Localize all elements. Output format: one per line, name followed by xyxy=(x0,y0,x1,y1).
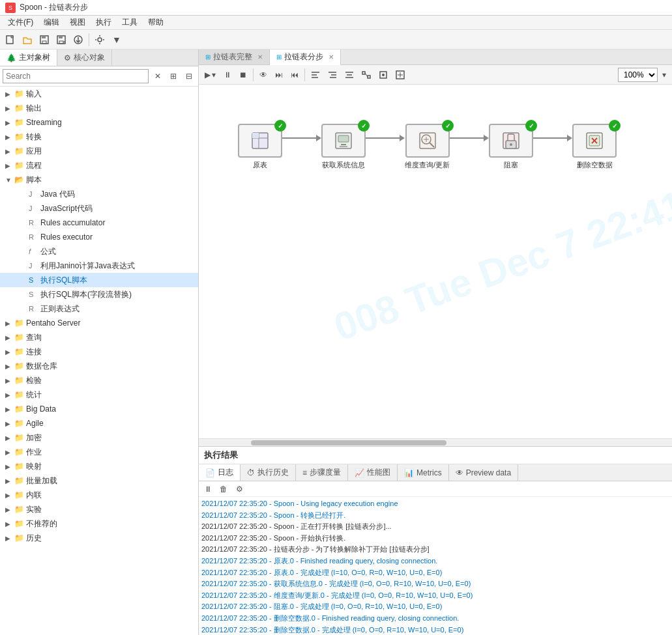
app-icon: S xyxy=(5,3,16,13)
tree-item-job[interactable]: ▶ 📁 作业 xyxy=(0,445,198,459)
menu-view[interactable]: 视图 xyxy=(65,16,91,29)
tree-area: ▶ 📁 输入 ▶ 📁 输出 ▶ 📁 Streaming ▶ 📁 转换 xyxy=(0,87,198,635)
tree-item-java-code[interactable]: J Java 代码 xyxy=(0,187,198,201)
tab-main-object-tree[interactable]: 🌲 主对象树 xyxy=(0,49,57,66)
tree-item-experiment[interactable]: ▶ 📁 实验 xyxy=(0,502,198,516)
search-expand-button[interactable]: ⊞ xyxy=(167,70,180,83)
canvas-scrollbar[interactable] xyxy=(199,438,672,446)
node-box-dimension-query[interactable]: ✓ xyxy=(405,124,450,158)
dropdown-button[interactable]: ▼ xyxy=(109,32,124,48)
tree-item-app[interactable]: ▶ 📁 应用 xyxy=(0,144,198,158)
tab-execution-history[interactable]: ⏱ 执行历史 xyxy=(241,464,296,481)
folder-icon: 📁 xyxy=(14,533,23,543)
tree-item-regex[interactable]: R 正则表达式 xyxy=(0,302,198,316)
log-pause-button[interactable]: ⏸ xyxy=(201,483,214,495)
search-collapse-button[interactable]: ⊟ xyxy=(183,70,196,83)
tree-item-agile[interactable]: ▶ 📁 Agile xyxy=(0,416,198,430)
tree-item-encrypt[interactable]: ▶ 📁 加密 xyxy=(0,430,198,445)
log-clear-button[interactable]: 🗑 xyxy=(217,483,230,495)
svg-point-10 xyxy=(98,38,102,42)
tree-item-javascript-code[interactable]: J JavaScript代码 xyxy=(0,201,198,216)
preview-button[interactable]: 👁 xyxy=(256,68,270,82)
tab-performance[interactable]: 📈 性能图 xyxy=(348,464,398,481)
align-left-button[interactable] xyxy=(308,68,323,82)
node-box-original-table[interactable]: ✓ xyxy=(238,124,282,158)
tab-metrics[interactable]: 📊 Metrics xyxy=(398,464,449,481)
tree-item-verify[interactable]: ▶ 📁 检验 xyxy=(0,373,198,388)
menu-edit[interactable]: 编辑 xyxy=(38,16,65,29)
step-back-button[interactable]: ⏮ xyxy=(287,68,302,82)
tab-complete-close[interactable]: ✕ xyxy=(257,53,263,61)
tree-item-rules-executor[interactable]: R Rules executor xyxy=(0,230,198,244)
right-panel: ⊞ 拉链表完整 ✕ ⊞ 拉链表分步 ✕ ▶ ▾ ⏸ ⏹ xyxy=(199,49,672,635)
tree-item-stats[interactable]: ▶ 📁 统计 xyxy=(0,388,198,402)
save-button[interactable] xyxy=(37,32,52,48)
tab-step[interactable]: ⊞ 拉链表分步 ✕ xyxy=(270,49,341,65)
tree-item-script[interactable]: ▼ 📂 脚本 xyxy=(0,173,198,187)
align-center-button[interactable] xyxy=(342,68,357,82)
open-button[interactable] xyxy=(20,32,35,48)
search-input[interactable] xyxy=(3,69,149,83)
log-settings-button[interactable]: ⚙ xyxy=(233,483,246,495)
tab-log[interactable]: 📄 日志 xyxy=(199,464,241,481)
search-clear-button[interactable]: ✕ xyxy=(151,70,164,83)
tree-item-big-data[interactable]: ▶ 📁 Big Data xyxy=(0,402,198,416)
zoom-select[interactable]: 100% 75% 50% 150% xyxy=(618,68,658,82)
tree-item-output[interactable]: ▶ 📁 输出 xyxy=(0,101,198,115)
tree-item-flow[interactable]: ▶ 📁 流程 xyxy=(0,158,198,173)
tree-item-mapping[interactable]: ▶ 📁 映射 xyxy=(0,459,198,473)
node-box-block[interactable]: ✓ xyxy=(489,124,533,158)
settings-button[interactable] xyxy=(92,32,108,48)
tree-item-deprecated[interactable]: ▶ 📁 不推荐的 xyxy=(0,516,198,531)
node-original-table[interactable]: ✓ 原表 xyxy=(238,124,282,170)
tree-item-query[interactable]: ▶ 📁 查询 xyxy=(0,330,198,345)
tree-item-inline[interactable]: ▶ 📁 内联 xyxy=(0,488,198,502)
tree-item-connect[interactable]: ▶ 📁 连接 xyxy=(0,345,198,359)
tree-item-streaming[interactable]: ▶ 📁 Streaming xyxy=(0,115,198,130)
tree-item-data-warehouse[interactable]: ▶ 📁 数据仓库 xyxy=(0,359,198,373)
tab-step-icon: ⊞ xyxy=(276,53,282,61)
menu-help[interactable]: 帮助 xyxy=(143,16,169,29)
menu-run[interactable]: 执行 xyxy=(91,16,117,29)
run-button[interactable]: ▶ ▾ xyxy=(201,68,219,82)
align-right-button[interactable] xyxy=(325,68,340,82)
new-button[interactable] xyxy=(3,32,18,48)
tab-step-metrics[interactable]: ≡ 步骤度量 xyxy=(296,464,348,481)
tree-item-input[interactable]: ▶ 📁 输入 xyxy=(0,87,198,101)
pause-button[interactable]: ⏸ xyxy=(220,68,235,82)
stop-button[interactable]: ⏹ xyxy=(236,68,250,82)
tree-item-transform[interactable]: ▶ 📁 转换 xyxy=(0,130,198,144)
tab-core-objects[interactable]: ⚙ 核心对象 xyxy=(57,49,112,66)
node-box-system-info[interactable]: ✓ xyxy=(321,124,366,158)
tree-item-rules-accumulator[interactable]: R Rules accumulator xyxy=(0,216,198,230)
canvas-toolbar-sep2 xyxy=(304,68,305,81)
tree-item-pentaho[interactable]: ▶ 📁 Pentaho Server xyxy=(0,316,198,330)
node-system-info[interactable]: ✓ 获取系统信息 xyxy=(321,124,366,170)
tree-item-execute-sql[interactable]: S 执行SQL脚本 xyxy=(0,273,198,287)
node-dimension-query[interactable]: ✓ 维度查询/更新 xyxy=(405,124,450,170)
snap-button[interactable] xyxy=(375,68,391,82)
search-bar: ✕ ⊞ ⊟ xyxy=(0,66,198,87)
distribute-button[interactable] xyxy=(358,68,374,82)
tree-item-bulk-load[interactable]: ▶ 📁 批量加载 xyxy=(0,473,198,488)
zoom-dropdown[interactable]: ▾ xyxy=(659,68,669,82)
expand-button[interactable] xyxy=(392,68,408,82)
tab-preview-data[interactable]: 👁 Preview data xyxy=(449,464,518,481)
save-as-button[interactable]: * xyxy=(53,32,69,48)
tree-item-janino[interactable]: J 利用Janino计算Java表达式 xyxy=(0,259,198,273)
node-delete-empty[interactable]: ✓ 删除空数据 xyxy=(572,124,617,170)
tree-item-history[interactable]: ▶ 📁 历史 xyxy=(0,531,198,545)
workflow-canvas[interactable]: 008 Tue Dec 7 22:41 ✓ xyxy=(199,85,672,446)
menu-file[interactable]: 文件(F) xyxy=(3,16,38,29)
tree-item-execute-sql-replace[interactable]: S 执行SQL脚本(字段流替换) xyxy=(0,287,198,302)
run-dropdown[interactable]: ▾ xyxy=(212,70,216,79)
tab-step-close[interactable]: ✕ xyxy=(329,53,334,61)
step-run-button[interactable]: ⏭ xyxy=(272,68,286,82)
node-block[interactable]: ✓ 阻塞 xyxy=(489,124,533,170)
tree-item-formula[interactable]: f 公式 xyxy=(0,244,198,259)
node-box-delete-empty[interactable]: ✓ xyxy=(572,124,617,158)
canvas-scroll-thumb[interactable] xyxy=(251,440,446,445)
tab-complete[interactable]: ⊞ 拉链表完整 ✕ xyxy=(199,49,270,64)
export-button[interactable] xyxy=(70,32,86,48)
menu-tools[interactable]: 工具 xyxy=(117,16,143,29)
